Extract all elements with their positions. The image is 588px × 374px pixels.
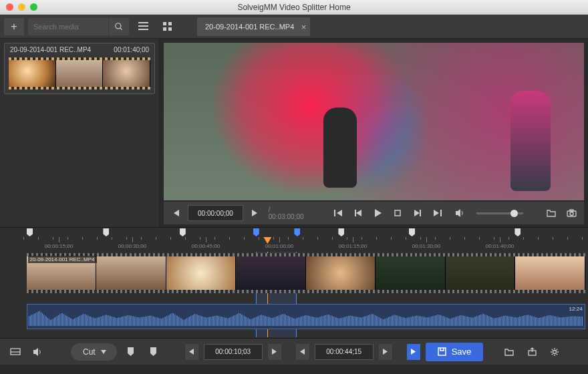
volume-icon[interactable] [452, 205, 469, 221]
stop-button[interactable] [390, 205, 407, 221]
svg-rect-20 [440, 210, 442, 216]
timeline-marker[interactable] [103, 228, 109, 236]
add-media-button[interactable]: + [4, 18, 24, 35]
timeline-marker[interactable] [409, 228, 415, 236]
audio-track[interactable]: 12:24 [0, 304, 588, 331]
preview-content [323, 108, 357, 188]
current-timecode[interactable]: 00:00:00;00 [188, 205, 243, 221]
frame-back-button[interactable] [168, 205, 185, 221]
svg-rect-16 [395, 210, 400, 216]
ruler-area[interactable]: 00;00:15;0000;00:30;0000;00:45;0000;01:0… [0, 228, 588, 252]
svg-point-0 [116, 23, 121, 28]
save-label: Save [452, 347, 472, 357]
ruler-label: 00;01:15;00 [339, 243, 367, 249]
step-forward-button[interactable] [409, 205, 426, 221]
save-button[interactable]: Save [426, 343, 484, 361]
timeline-marker[interactable] [27, 228, 33, 236]
svg-marker-12 [337, 210, 342, 216]
out-timecode[interactable]: 00:00:44;15 [315, 344, 374, 360]
top-toolbar: + 20-09-2014-001 REC..MP4 × [0, 15, 588, 39]
cut-mode-button[interactable]: Cut [71, 343, 117, 361]
in-next-button[interactable] [268, 344, 281, 360]
close-tab-button[interactable]: × [301, 22, 307, 32]
frame-forward-button[interactable] [246, 205, 263, 221]
in-timecode[interactable]: 00:00:10;03 [204, 344, 263, 360]
media-item[interactable]: 20-09-2014-001 REC..MP4 00:01:40;00 [4, 43, 155, 94]
svg-point-23 [570, 212, 573, 216]
time-ruler[interactable]: 00;00:15;0000;00:30;0000;00:45;0000;01:0… [0, 237, 588, 252]
ruler-label: 00;00:30;00 [118, 243, 146, 249]
skip-back-button[interactable] [329, 205, 347, 221]
volume-slider[interactable] [476, 212, 523, 214]
ruler-label: 00;00:45;00 [192, 243, 220, 249]
svg-marker-31 [189, 349, 194, 355]
svg-marker-30 [150, 347, 156, 356]
window-title: SolveigMM Video Splitter Home [0, 3, 588, 12]
svg-rect-7 [163, 27, 166, 31]
list-view-button[interactable] [133, 18, 153, 35]
chevron-down-icon [101, 350, 106, 354]
player-controls: 00:00:00;00 / 00:03:00;00 [164, 202, 584, 224]
timeline-marker[interactable] [180, 228, 186, 236]
clip-frame [306, 256, 376, 290]
svg-rect-4 [138, 29, 148, 30]
timeline-marker[interactable] [253, 228, 259, 236]
clip-frame [446, 256, 516, 290]
search-input[interactable] [33, 23, 103, 31]
search-button[interactable] [109, 18, 129, 35]
open-button[interactable] [500, 344, 518, 360]
grid-view-button[interactable] [157, 18, 177, 35]
timeline-marker[interactable] [514, 228, 521, 236]
volume-thumb[interactable] [510, 210, 518, 217]
svg-marker-28 [101, 350, 106, 354]
svg-point-38 [553, 350, 557, 353]
media-panel: 20-09-2014-001 REC..MP4 00:01:40;00 [0, 39, 160, 227]
file-tab[interactable]: 20-09-2014-001 REC..MP4 × [197, 17, 310, 36]
settings-button[interactable] [546, 344, 563, 360]
svg-rect-8 [168, 27, 172, 31]
ruler-label: 00;01:40;00 [486, 243, 514, 249]
media-item-name: 20-09-2014-001 REC..MP4 [10, 46, 91, 53]
mute-button[interactable] [29, 344, 47, 360]
thumb-frame [103, 60, 150, 87]
svg-marker-21 [456, 209, 460, 217]
waveform [29, 307, 583, 326]
tracks: 20-09-2014-001 REC..MP4 12:24 [0, 252, 588, 337]
video-preview[interactable] [164, 43, 584, 200]
svg-marker-17 [414, 210, 420, 216]
timeline[interactable]: 00;00:15;0000;00:30;0000;00:45;0000;01:0… [0, 227, 588, 338]
out-prev-button[interactable] [296, 344, 309, 360]
open-folder-button[interactable] [543, 205, 561, 221]
video-track[interactable]: 20-09-2014-001 REC..MP4 [0, 253, 588, 301]
snapshot-button[interactable] [563, 205, 580, 221]
svg-rect-6 [168, 22, 172, 25]
timeline-marker[interactable] [294, 228, 300, 236]
step-back-button[interactable] [349, 205, 367, 221]
video-clip[interactable]: 20-09-2014-001 REC..MP4 [27, 253, 585, 293]
svg-marker-10 [252, 210, 257, 216]
search-box[interactable] [28, 18, 108, 35]
set-out-marker-button[interactable] [145, 344, 162, 360]
audio-duration: 12:24 [569, 306, 583, 312]
set-in-marker-button[interactable] [122, 344, 140, 360]
export-button[interactable] [523, 344, 541, 360]
ruler-label: 00;01:30;00 [412, 243, 440, 249]
go-to-selection-button[interactable] [407, 344, 420, 360]
svg-rect-3 [138, 25, 148, 27]
out-next-button[interactable] [379, 344, 392, 360]
timeline-marker[interactable] [338, 228, 344, 236]
audio-clip[interactable]: 12:24 [27, 304, 585, 329]
in-prev-button[interactable] [185, 344, 198, 360]
skip-forward-button[interactable] [429, 205, 446, 221]
layout-button[interactable] [7, 344, 24, 360]
svg-rect-36 [438, 348, 446, 355]
marker-row[interactable] [0, 228, 588, 237]
preview-area: 00:00:00;00 / 00:03:00;00 [160, 39, 588, 227]
clip-frame [376, 256, 446, 290]
bottom-toolbar: Cut 00:00:10;03 00:00:44;15 Save [0, 338, 588, 365]
thumb-frame [9, 60, 56, 87]
svg-rect-2 [138, 22, 148, 23]
clip-frame [166, 256, 237, 290]
play-button[interactable] [370, 205, 387, 221]
ruler-label: 00;01:00;00 [265, 243, 293, 249]
